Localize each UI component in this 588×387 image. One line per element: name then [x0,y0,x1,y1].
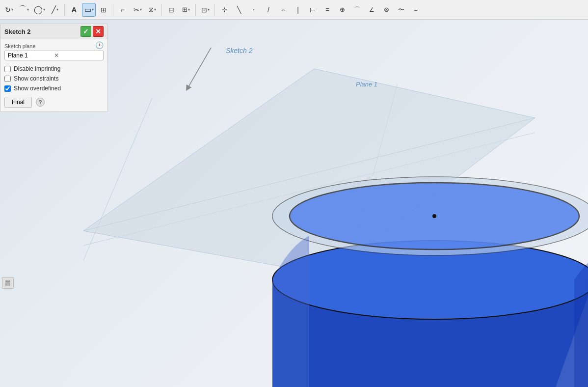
curve-icon: ⌒ [354,5,360,14]
help-button[interactable]: ? [36,98,45,107]
toolbar-hline-btn[interactable]: ⊢ [306,3,320,17]
show-constraints-label[interactable]: Show constraints [14,75,58,82]
mirror-icon: ⧖ [149,5,154,14]
eq-icon: = [325,6,329,14]
line-dropdown-caret[interactable]: ▾ [56,7,58,12]
toolbar-angle-btn[interactable]: ∠ [365,3,378,17]
trim-icon: ✂ [134,6,139,14]
toolbar-linear-pattern-btn[interactable]: ⊟ [164,3,178,17]
svg-text:Sketch 2: Sketch 2 [226,47,253,55]
rotate-dropdown-caret[interactable]: ▾ [11,7,13,12]
arc-icon: ⌒ [19,4,27,15]
toolbar-arc2-btn[interactable]: ⌢ [276,3,290,17]
toolbar-dot-btn[interactable]: · [247,3,261,17]
separator-4 [195,4,196,16]
sketch-panel: Sketch 2 ✓ ✕ Sketch plane 🕐 Plane 1 ✕ Di… [0,24,108,112]
toolbar-vline-btn[interactable]: | [291,3,305,17]
disable-imprinting-label[interactable]: Disable imprinting [14,65,60,72]
sketch-tools-caret[interactable]: ▾ [208,7,210,12]
show-overdefined-checkbox[interactable] [4,85,11,92]
cancel-icon: ✕ [95,28,101,35]
plane-value: Plane 1 [8,52,54,59]
separator-1 [64,4,65,16]
show-overdefined-row: Show overdefined [4,85,104,92]
disable-imprinting-checkbox[interactable] [4,66,11,72]
toolbar-curve-btn[interactable]: ⌒ [350,3,364,17]
list-icon: ☰ [5,279,11,287]
linear-pattern-icon: ⊟ [168,6,174,14]
show-constraints-row: Show constraints [4,75,104,82]
panel-cancel-button[interactable]: ✕ [93,26,104,37]
toolbar-midpoint-btn[interactable]: ⊕ [335,3,349,17]
svg-text:Plane 1: Plane 1 [356,81,377,88]
svg-line-6 [187,48,211,88]
final-row: Final ? [4,97,104,108]
left-panel-icon[interactable]: ☰ [2,277,14,289]
plane-selector[interactable]: Plane 1 ✕ [4,51,104,60]
dot-icon: · [253,5,255,14]
toolbar-circular-pattern-btn[interactable]: ⊞ ▾ [179,3,193,17]
toolbar-snap-btn[interactable]: ⊹ [217,3,231,17]
fillet-icon: ⌐ [121,5,125,14]
toolbar-rectangle-btn[interactable]: ▭ ▾ [82,3,96,17]
sketch-tools-icon: ⊡ [201,6,207,14]
clock-icon: 🕐 [95,41,104,49]
toolbar-trim-btn[interactable]: ✂ ▾ [131,3,144,17]
rectangle-dropdown-caret[interactable]: ▾ [92,7,94,12]
circle-dropdown-caret[interactable]: ▾ [43,7,45,12]
arc-dropdown-caret[interactable]: ▾ [27,7,29,12]
panel-header: Sketch 2 ✓ ✕ [0,24,107,39]
separator-3 [161,4,162,16]
sketch-plane-label: Sketch plane [4,43,104,49]
vline-icon: | [297,6,299,14]
snap-icon: ⊹ [222,6,227,13]
slash-icon: / [267,6,269,14]
toolbar-constraints-btn[interactable]: ⊞ [97,3,110,17]
rectangle-icon: ▭ [84,5,91,14]
panel-body: Sketch plane 🕐 Plane 1 ✕ Disable imprint… [0,39,107,111]
arc3-icon: ⌣ [414,6,418,14]
circle-icon: ◯ [34,5,43,14]
panel-actions: ✓ ✕ [80,26,104,37]
wave-icon: 〜 [398,5,404,14]
toolbar-mirror-btn[interactable]: ⧖ ▾ [145,3,159,17]
toolbar-arc-btn[interactable]: ⌒ ▾ [17,3,31,17]
angle-icon: ∠ [369,6,374,13]
main-toolbar: ↻ ▾ ⌒ ▾ ◯ ▾ ╱ ▾ A ▭ ▾ ⊞ ⌐ ✂ ▾ ⧖ ▾ [0,0,588,20]
diagonal1-icon: ╲ [237,6,241,14]
separator-2 [113,4,113,16]
circular-pattern-icon: ⊞ [182,6,187,13]
midpoint-icon: ⊕ [340,6,345,13]
panel-title: Sketch 2 [4,28,30,35]
svg-point-14 [432,214,436,218]
separator-5 [214,4,215,16]
toolbar-arc3-btn[interactable]: ⌣ [409,3,423,17]
toolbar-text-btn[interactable]: A [67,3,81,17]
line-icon: ╱ [52,5,56,14]
ok-icon: ✓ [83,28,89,35]
show-overdefined-label[interactable]: Show overdefined [14,85,61,92]
toolbar-wave-btn[interactable]: 〜 [394,3,408,17]
constraints-icon: ⊞ [101,6,107,14]
toolbar-rotate-btn[interactable]: ↻ ▾ [2,3,16,17]
plane-clear-btn[interactable]: ✕ [54,52,100,59]
trim-dropdown-caret[interactable]: ▾ [140,7,142,12]
panel-ok-button[interactable]: ✓ [80,26,91,37]
show-constraints-checkbox[interactable] [4,76,11,82]
toolbar-circle-btn[interactable]: ◯ ▾ [32,3,47,17]
text-icon: A [72,5,77,14]
arc2-icon: ⌢ [281,6,286,14]
mirror-dropdown-caret[interactable]: ▾ [154,7,156,12]
toolbar-sketch-tools-btn[interactable]: ⊡ ▾ [198,3,212,17]
toolbar-slash-btn[interactable]: / [262,3,275,17]
xmark-icon: ⊗ [384,6,389,13]
clock-icon-wrap[interactable]: 🕐 [95,41,104,49]
toolbar-xmark-btn[interactable]: ⊗ [379,3,393,17]
final-button[interactable]: Final [4,97,32,108]
hline-icon: ⊢ [310,6,316,14]
toolbar-line-btn[interactable]: ╱ ▾ [48,3,62,17]
toolbar-eq-btn[interactable]: = [321,3,334,17]
circular-dropdown-caret[interactable]: ▾ [188,7,190,12]
toolbar-diagonal1-btn[interactable]: ╲ [232,3,246,17]
toolbar-fillet-btn[interactable]: ⌐ [116,3,130,17]
